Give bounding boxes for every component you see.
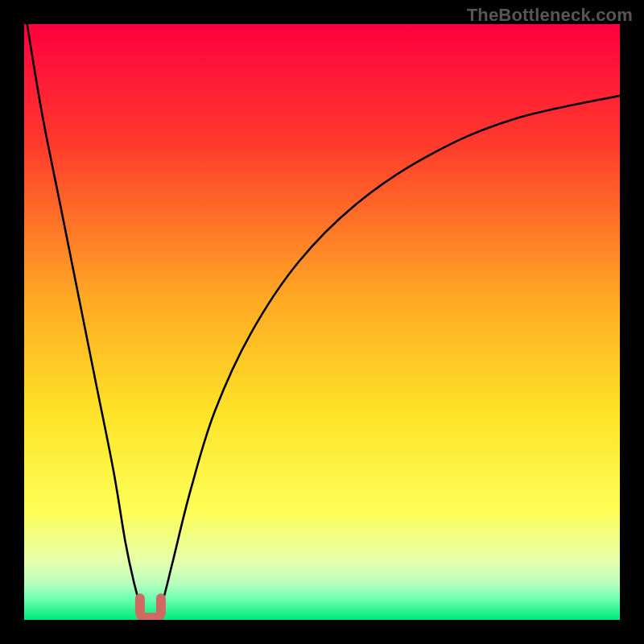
outer-frame: TheBottleneck.com	[0, 0, 644, 644]
chart-svg	[24, 24, 620, 620]
watermark-text: TheBottleneck.com	[467, 5, 633, 26]
chart-area	[24, 24, 620, 620]
